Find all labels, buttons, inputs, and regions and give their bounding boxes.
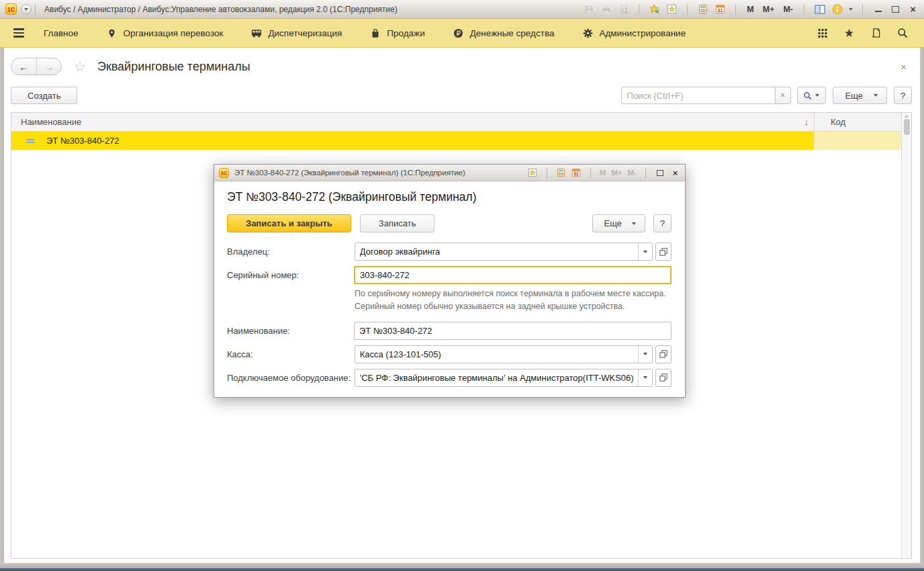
cashbox-input[interactable]	[355, 346, 638, 363]
serial-field-row: Серийный номер:	[227, 266, 672, 284]
equipment-field-row: Подключаемое оборудование:	[227, 369, 672, 387]
print-preview-icon	[618, 3, 629, 15]
scrollbar-thumb[interactable]	[904, 119, 910, 135]
calendar-day-text: 31	[718, 8, 723, 13]
cashbox-dropdown-button[interactable]	[638, 346, 652, 363]
menu-item-label: Продажи	[387, 28, 424, 38]
maximize-icon	[892, 6, 899, 13]
page-close-button[interactable]: ×	[895, 61, 912, 73]
gear-icon	[582, 28, 593, 38]
shopping-bag-icon	[370, 28, 381, 38]
row-code-cell[interactable]	[814, 132, 901, 150]
column-code-label: Код	[831, 117, 845, 127]
calc-m-plus-button[interactable]: M+	[761, 5, 776, 14]
history-buttons: ← →	[11, 58, 62, 75]
list-header: Наименование ↓ Код	[11, 113, 901, 132]
name-field-row: Наименование:	[227, 322, 672, 340]
separator	[862, 4, 863, 15]
search-icon[interactable]	[897, 28, 908, 38]
chevron-down-icon[interactable]	[849, 8, 853, 11]
menu-item-label: Диспетчеризация	[268, 28, 342, 38]
dialog-close-button[interactable]: ×	[670, 168, 680, 178]
open-in-new-icon	[659, 248, 667, 256]
catalog-item-icon	[26, 139, 35, 143]
back-button[interactable]: ←	[11, 58, 36, 75]
calendar-icon[interactable]: 31	[571, 168, 582, 178]
chevron-down-icon	[643, 353, 647, 355]
owner-input[interactable]	[355, 243, 638, 260]
calculator-icon[interactable]	[697, 3, 708, 15]
more-button[interactable]: Еще	[833, 87, 887, 104]
help-button[interactable]: ?	[894, 87, 912, 104]
split-view-icon[interactable]	[814, 3, 825, 15]
section-menubar: Главное Организация перевозок Диспетчери…	[0, 19, 924, 48]
menu-item-transport-organization[interactable]: Организация перевозок	[93, 19, 238, 47]
equipment-input[interactable]	[355, 369, 638, 386]
dialog-maximize-button[interactable]	[655, 168, 665, 178]
serial-input[interactable]	[354, 266, 672, 284]
history-icon[interactable]	[870, 28, 881, 38]
calculator-icon[interactable]	[556, 168, 566, 178]
system-menu-button[interactable]	[21, 4, 32, 15]
favorites-star-icon[interactable]: ★	[844, 28, 854, 39]
page-title: Эквайринговые терминалы	[97, 60, 250, 74]
calendar-icon[interactable]: 31	[714, 3, 726, 15]
minimize-button[interactable]	[872, 3, 884, 15]
equipment-open-button[interactable]	[655, 369, 672, 387]
calc-m-button[interactable]: M	[745, 5, 755, 14]
favorites-icon[interactable]	[528, 168, 538, 178]
dialog-body: ЭТ №303-840-272 (Эквайринговый терминал)…	[214, 181, 685, 403]
menu-item-cash-funds[interactable]: Денежные средства	[439, 19, 569, 47]
chevron-down-icon	[643, 376, 647, 379]
column-header-name[interactable]: Наименование ↓	[11, 113, 814, 131]
separator	[804, 4, 804, 15]
sort-descending-icon: ↓	[804, 117, 809, 127]
menu-item-label: Организация перевозок	[124, 28, 224, 38]
menu-item-main[interactable]: Главное	[30, 19, 93, 47]
owner-dropdown-button[interactable]	[638, 243, 652, 260]
cashbox-open-button[interactable]	[655, 345, 672, 363]
dialog-more-button[interactable]: Еще	[592, 214, 645, 232]
vertical-scrollbar[interactable]	[901, 113, 911, 558]
name-label: Наименование:	[227, 322, 354, 340]
functions-grid-icon[interactable]	[817, 28, 828, 38]
hamburger-menu-icon[interactable]	[13, 28, 24, 38]
menu-item-dispatching[interactable]: Диспетчеризация	[237, 19, 356, 47]
add-favorite-icon[interactable]	[649, 3, 660, 15]
owner-open-button[interactable]	[655, 243, 672, 261]
favorites-icon[interactable]	[666, 3, 678, 15]
row-name-cell[interactable]: ЭТ №303-840-272	[11, 132, 814, 150]
menu-item-sales[interactable]: Продажи	[356, 19, 438, 47]
serial-label: Серийный номер:	[227, 266, 354, 284]
dialog-help-button[interactable]: ?	[653, 214, 672, 232]
forward-button[interactable]: →	[36, 58, 61, 75]
close-button[interactable]: ×	[907, 3, 919, 15]
search-clear-button[interactable]: ×	[776, 87, 791, 104]
table-row[interactable]: ЭТ №303-840-272	[11, 132, 901, 150]
scroll-up-icon[interactable]	[905, 115, 909, 118]
search-options-button[interactable]	[797, 87, 826, 104]
favorite-star-icon[interactable]: ☆	[74, 58, 86, 75]
equipment-dropdown-button[interactable]	[638, 369, 652, 386]
menu-item-administration[interactable]: Администрирование	[568, 19, 700, 47]
maximize-button[interactable]	[890, 3, 901, 15]
create-button[interactable]: Создать	[11, 87, 77, 104]
save-button[interactable]: Записать	[360, 214, 435, 232]
more-button-label: Еще	[845, 91, 863, 101]
search-input[interactable]	[621, 87, 776, 104]
open-in-new-icon	[659, 350, 667, 358]
calc-m-minus-button[interactable]: M-	[782, 5, 794, 14]
column-header-code[interactable]: Код	[814, 113, 901, 131]
separator	[639, 4, 639, 15]
print-icon	[600, 3, 612, 15]
maximize-icon	[657, 170, 663, 176]
save-icon	[583, 3, 594, 15]
window-titlebar: 1С Авибус / Администратор / Авибус:Управ…	[0, 0, 924, 19]
save-and-close-button[interactable]: Записать и закрыть	[227, 214, 351, 232]
separator	[687, 4, 688, 15]
location-pin-icon	[107, 28, 118, 38]
calc-m-button: M	[600, 169, 606, 177]
dialog-titlebar[interactable]: 1С ЭТ №303-840-272 (Эквайринговый термин…	[214, 165, 685, 181]
info-icon[interactable]	[831, 3, 843, 15]
name-input[interactable]	[354, 322, 672, 340]
